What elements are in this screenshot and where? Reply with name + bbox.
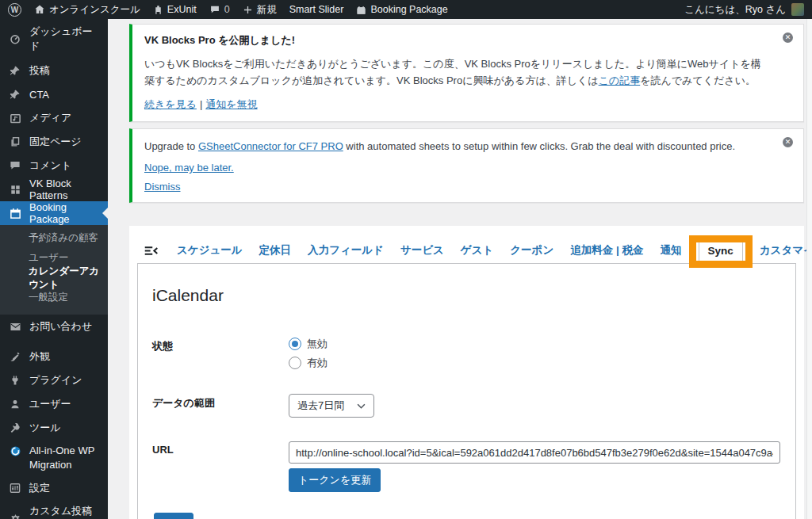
home-icon (34, 4, 45, 15)
sidebar-item-aio-wp-migration[interactable]: All-in-One WP Migration (0, 440, 108, 476)
submenu-item-calendar-account[interactable]: カレンダーアカウント (0, 268, 108, 288)
dashboard-icon (8, 32, 22, 45)
media-icon (8, 113, 22, 124)
wordpress-logo-icon: W (8, 3, 21, 17)
radio-enabled[interactable]: 有効 (289, 356, 327, 370)
scrollbar[interactable] (806, 19, 812, 519)
ignore-notice-link[interactable]: 通知を無視 (205, 98, 257, 110)
radio-checked-icon (289, 338, 301, 350)
tab-input-fields[interactable]: 入力フィールド (308, 243, 384, 258)
notice-gsheetconnector: Upgrade to GSheetConnector for CF7 PRO w… (129, 128, 804, 203)
range-label: データの範囲 (152, 394, 289, 418)
radio-disabled[interactable]: 無効 (289, 337, 327, 351)
radio-unchecked-icon (289, 357, 301, 369)
admin-bar: W オンラインスクール ExUnit 0 新規 Smart Slider Boo… (0, 0, 812, 19)
sidebar-item-tools[interactable]: ツール (0, 416, 108, 440)
calendar-icon (8, 208, 22, 219)
active-menu-arrow (102, 208, 108, 219)
pages-icon (8, 136, 22, 147)
read-more-link[interactable]: 続きを見る (144, 98, 197, 110)
greeting-label[interactable]: こんにちは、Ryo さん (684, 3, 786, 17)
comments-icon (8, 160, 22, 171)
smart-slider-label: Smart Slider (289, 4, 344, 15)
admin-bar-new[interactable]: 新規 (243, 3, 277, 17)
wordpress-menu[interactable]: W (8, 3, 21, 17)
tab-schedule[interactable]: スケジュール (177, 243, 243, 258)
url-row: URL トークンを更新 (152, 441, 781, 492)
collapse-menu-icon[interactable] (144, 245, 159, 257)
status-row: 状態 無効 有効 (152, 337, 781, 370)
booking-package-submenu: 予約済みの顧客 ユーザー カレンダーアカウント 一般設定 (0, 225, 108, 315)
close-icon[interactable]: ✕ (783, 137, 793, 147)
sidebar-item-settings[interactable]: 設定 (0, 476, 108, 500)
notice-body: いつもVK Blocksをご利用いただきありがとうございます。この度、VK Bl… (144, 55, 768, 90)
close-icon[interactable]: ✕ (783, 32, 793, 43)
exunit-label: ExUnit (167, 4, 197, 15)
sidebar-item-vk-block-patterns[interactable]: VK Block Patterns (0, 177, 108, 201)
dismiss-link[interactable]: Dismiss (144, 181, 181, 193)
gsheetconnector-link[interactable]: GSheetConnector for CF7 PRO (198, 140, 343, 152)
admin-bar-smart-slider[interactable]: Smart Slider (289, 4, 344, 15)
migration-icon (8, 445, 22, 457)
chevron-down-icon (357, 403, 366, 409)
sidebar-item-posts[interactable]: 投稿 (0, 59, 108, 82)
admin-bar-site-name[interactable]: オンラインスクール (34, 3, 140, 17)
admin-bar-exunit[interactable]: ExUnit (153, 4, 197, 15)
tab-notifications[interactable]: 通知 (661, 243, 682, 258)
range-select[interactable]: 過去7日間 (289, 394, 374, 418)
booking-package-panel: スケジュール 定休日 入力フィールド サービス ゲスト クーポン 追加料金 | … (129, 226, 804, 519)
tools-icon (8, 422, 22, 433)
appearance-icon (8, 351, 22, 362)
exunit-icon (153, 5, 163, 15)
sidebar-item-comments[interactable]: コメント (0, 154, 108, 177)
sidebar-item-custom-post-type[interactable]: カスタム投稿タイ (0, 506, 108, 519)
range-row: データの範囲 過去7日間 (152, 394, 781, 418)
ical-url-input[interactable] (289, 441, 780, 464)
admin-bar-booking-package[interactable]: Booking Package (356, 4, 447, 15)
sidebar-item-users[interactable]: ユーザー (0, 392, 108, 416)
pin-icon (8, 65, 22, 76)
sync-tab-content: iCalendar 状態 無効 有効 データの範囲 過去7日 (137, 263, 796, 519)
tab-bar: スケジュール 定休日 入力フィールド サービス ゲスト クーポン 追加料金 | … (137, 237, 796, 264)
users-icon (8, 399, 22, 410)
nope-link[interactable]: Nope, may be later. (144, 162, 234, 174)
comment-bubble-icon (209, 4, 220, 15)
url-label: URL (152, 441, 289, 492)
admin-content: VK Blocks Pro を公開しました! いつもVK Blocksをご利用い… (108, 19, 812, 519)
site-name-label: オンラインスクール (49, 3, 140, 17)
sidebar-item-plugins[interactable]: プラグイン (0, 368, 108, 392)
notice-body: Upgrade to GSheetConnector for CF7 PRO w… (144, 138, 768, 155)
calendar-icon (356, 5, 366, 15)
tab-sync[interactable]: Sync (699, 239, 743, 265)
range-selected-value: 過去7日間 (297, 399, 344, 413)
sidebar-item-cta[interactable]: CTA (0, 82, 108, 106)
page-title: iCalendar (152, 286, 781, 305)
sidebar-item-dashboard[interactable]: ダッシュボード (0, 27, 108, 51)
admin-sidebar: ダッシュボード 投稿 CTA メディア 固定ページ コメント VK B (0, 19, 108, 519)
sidebar-item-contact[interactable]: お問い合わせ (0, 315, 108, 338)
comment-count: 0 (224, 4, 230, 15)
sidebar-item-pages[interactable]: 固定ページ (0, 130, 108, 154)
grid-icon (8, 185, 22, 195)
sidebar-item-appearance[interactable]: 外観 (0, 345, 108, 368)
submenu-item-booked-customers[interactable]: 予約済みの顧客 (0, 228, 108, 248)
tab-guests[interactable]: ゲスト (461, 243, 493, 258)
sidebar-item-media[interactable]: メディア (0, 106, 108, 130)
settings-icon (8, 483, 22, 494)
save-button[interactable]: 保存 (154, 513, 193, 519)
email-icon (8, 321, 22, 333)
pin-icon (8, 89, 22, 100)
booking-package-label: Booking Package (370, 4, 447, 15)
tab-coupons[interactable]: クーポン (510, 243, 553, 258)
tab-extra-fees-tax[interactable]: 追加料金 | 税金 (570, 243, 643, 258)
notice-article-link[interactable]: この記事 (599, 74, 641, 86)
tab-holidays[interactable]: 定休日 (259, 243, 292, 258)
avatar[interactable] (791, 3, 804, 16)
sidebar-item-booking-package[interactable]: Booking Package (0, 201, 108, 225)
admin-bar-comments[interactable]: 0 (209, 4, 230, 15)
notice-title: VK Blocks Pro を公開しました! (144, 33, 768, 48)
gear-icon (8, 513, 22, 519)
tab-customize[interactable]: カスタマイズ (760, 243, 812, 258)
update-token-button[interactable]: トークンを更新 (289, 468, 381, 492)
tab-services[interactable]: サービス (400, 243, 444, 258)
